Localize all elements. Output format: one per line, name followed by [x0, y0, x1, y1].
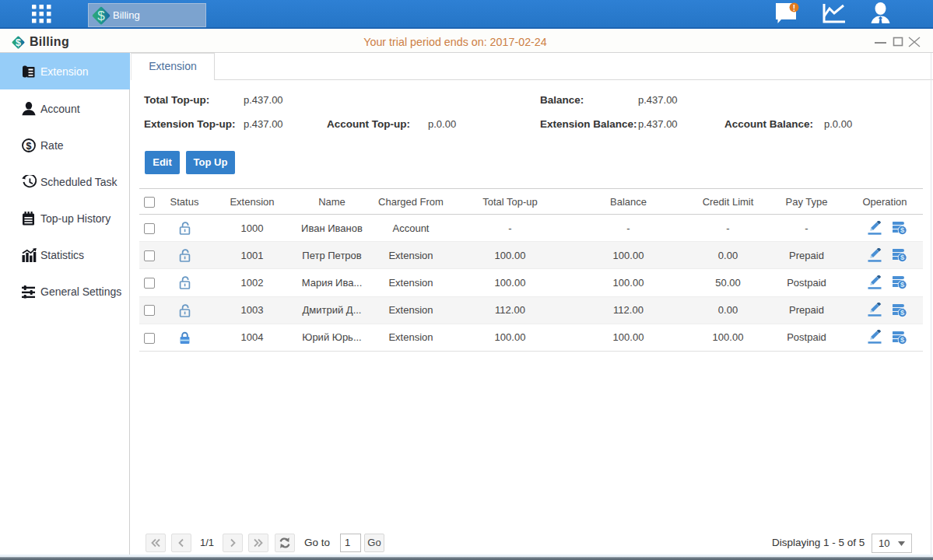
svg-text:$: $ — [900, 308, 904, 317]
svg-text:$: $ — [97, 9, 105, 23]
svg-text:$: $ — [900, 254, 904, 262]
svg-text:!: ! — [793, 4, 795, 12]
svg-text:$: $ — [900, 281, 904, 289]
svg-text:$: $ — [900, 226, 904, 234]
svg-text:$: $ — [26, 140, 32, 151]
svg-text:$: $ — [900, 335, 904, 344]
